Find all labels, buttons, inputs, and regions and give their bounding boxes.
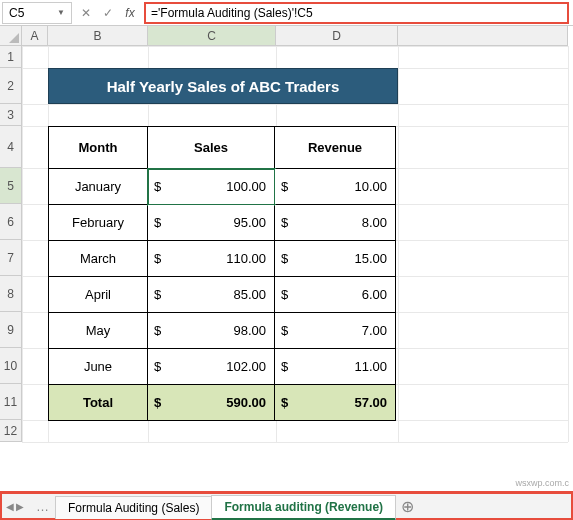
table-row: March $110.00 $15.00: [49, 241, 396, 277]
col-header-D[interactable]: D: [276, 26, 398, 46]
formula-bar-buttons: ✕ ✓ fx: [76, 3, 140, 23]
money-cell[interactable]: $8.00: [275, 205, 396, 241]
total-row: Total $590.00 $57.00: [49, 385, 396, 421]
title-banner: Half Yearly Sales of ABC Traders: [48, 68, 398, 104]
row-header-7[interactable]: 7: [0, 240, 22, 276]
sheet-tabs-bar: ◀ ▶ … Formula Auditing (Sales) Formula a…: [0, 492, 573, 520]
month-cell[interactable]: June: [49, 349, 148, 385]
row-header-6[interactable]: 6: [0, 204, 22, 240]
month-cell[interactable]: May: [49, 313, 148, 349]
row-header-4[interactable]: 4: [0, 126, 22, 168]
row-header-9[interactable]: 9: [0, 312, 22, 348]
header-month: Month: [49, 127, 148, 169]
table-row: February $95.00 $8.00: [49, 205, 396, 241]
worksheet-cells[interactable]: Half Yearly Sales of ABC Traders Month S…: [22, 46, 568, 442]
select-all-cell[interactable]: [0, 26, 22, 46]
money-cell[interactable]: $7.00: [275, 313, 396, 349]
money-cell[interactable]: $57.00: [275, 385, 396, 421]
money-cell[interactable]: $98.00: [148, 313, 275, 349]
cancel-icon[interactable]: ✕: [76, 3, 96, 23]
grid-area: ABCD 123456789101112 Half Yearly Sales o…: [0, 26, 573, 492]
table-row: January $100.00 $10.00: [49, 169, 396, 205]
col-header-C[interactable]: C: [148, 26, 276, 46]
total-label: Total: [49, 385, 148, 421]
row-header-10[interactable]: 10: [0, 348, 22, 384]
row-headers: 123456789101112: [0, 46, 22, 492]
column-headers: ABCD: [22, 26, 568, 46]
row-header-3[interactable]: 3: [0, 104, 22, 126]
row-header-2[interactable]: 2: [0, 68, 22, 104]
money-cell[interactable]: $10.00: [275, 169, 396, 205]
formula-input[interactable]: ='Formula Auditing (Sales)'!C5: [144, 2, 569, 24]
formula-bar: C5 ▼ ✕ ✓ fx ='Formula Auditing (Sales)'!…: [0, 0, 573, 26]
watermark: wsxwp.com.c: [515, 478, 569, 488]
sales-table: Month Sales Revenue January $100.00 $10.…: [48, 126, 396, 421]
row-header-1[interactable]: 1: [0, 46, 22, 68]
money-cell[interactable]: $95.00: [148, 205, 275, 241]
money-cell[interactable]: $6.00: [275, 277, 396, 313]
month-cell[interactable]: March: [49, 241, 148, 277]
col-header-A[interactable]: A: [22, 26, 48, 46]
month-cell[interactable]: January: [49, 169, 148, 205]
money-cell[interactable]: $110.00: [148, 241, 275, 277]
money-cell[interactable]: $11.00: [275, 349, 396, 385]
month-cell[interactable]: February: [49, 205, 148, 241]
enter-icon[interactable]: ✓: [98, 3, 118, 23]
cell-reference: C5: [9, 6, 24, 20]
table-row: June $102.00 $11.00: [49, 349, 396, 385]
col-header-blank[interactable]: [398, 26, 568, 46]
tab-prev-icon[interactable]: ◀: [6, 501, 14, 512]
fx-icon[interactable]: fx: [120, 3, 140, 23]
col-header-B[interactable]: B: [48, 26, 148, 46]
tab-next-icon[interactable]: ▶: [16, 501, 24, 512]
header-revenue: Revenue: [275, 127, 396, 169]
row-header-11[interactable]: 11: [0, 384, 22, 420]
header-sales: Sales: [148, 127, 275, 169]
money-cell[interactable]: $85.00: [148, 277, 275, 313]
money-cell[interactable]: $100.00: [148, 169, 275, 205]
table-row: April $85.00 $6.00: [49, 277, 396, 313]
row-header-8[interactable]: 8: [0, 276, 22, 312]
chevron-down-icon[interactable]: ▼: [57, 8, 65, 17]
money-cell[interactable]: $15.00: [275, 241, 396, 277]
month-cell[interactable]: April: [49, 277, 148, 313]
money-cell[interactable]: $590.00: [148, 385, 275, 421]
tab-dots: …: [30, 499, 55, 514]
name-box[interactable]: C5 ▼: [2, 2, 72, 24]
money-cell[interactable]: $102.00: [148, 349, 275, 385]
sheet-tab-revenue[interactable]: Formula auditing (Revenue): [211, 495, 396, 521]
row-header-5[interactable]: 5: [0, 168, 22, 204]
sheet-tab-sales[interactable]: Formula Auditing (Sales): [55, 496, 212, 519]
row-header-12[interactable]: 12: [0, 420, 22, 442]
table-row: May $98.00 $7.00: [49, 313, 396, 349]
new-sheet-button[interactable]: ⊕: [395, 495, 419, 519]
tab-nav: ◀ ▶: [0, 501, 30, 512]
